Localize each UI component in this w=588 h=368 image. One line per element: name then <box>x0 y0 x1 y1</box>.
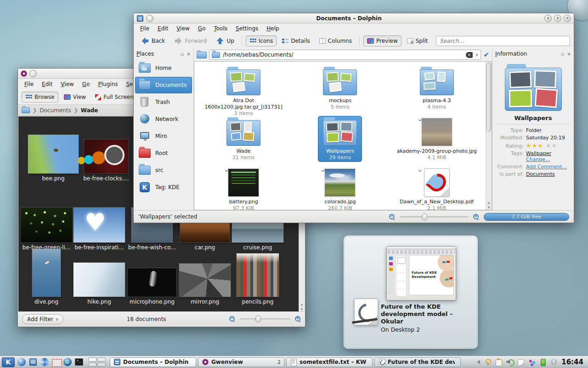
thumbnail-item[interactable]: dive.png <box>21 244 72 305</box>
okular-window-thumbnail[interactable]: Future of KDE Development <box>386 246 456 300</box>
minimize-button[interactable]: ∨ <box>544 15 552 22</box>
menu-item[interactable]: Edit <box>154 24 172 33</box>
thumbnail-image[interactable] <box>32 249 61 297</box>
scrollbar-thumb[interactable] <box>486 63 491 132</box>
breadcrumb-documents[interactable]: Documents <box>40 107 71 114</box>
file-item[interactable]: mockups 5 items <box>292 63 388 114</box>
tray-icon[interactable] <box>484 358 492 366</box>
file-item[interactable]: Wallpapers 29 items <box>292 114 388 165</box>
menu-item[interactable]: View <box>173 24 193 33</box>
thumbnail-image[interactable] <box>28 135 79 173</box>
thumbnail-image[interactable] <box>84 139 128 173</box>
tag-link[interactable]: Wallpaper <box>526 150 551 156</box>
launcher-icon[interactable] <box>28 357 38 367</box>
tray-icon[interactable] <box>495 358 503 366</box>
float-panel-icon[interactable]: ◇ <box>561 52 565 57</box>
search-input[interactable] <box>436 36 570 46</box>
browse-button[interactable]: Browse <box>22 92 58 103</box>
forward-button[interactable]: Forward <box>170 35 210 47</box>
file-item[interactable]: Wade 21 items <box>195 114 292 165</box>
launcher-icon[interactable] <box>51 357 61 367</box>
places-header[interactable]: Places ◇ × <box>134 48 193 59</box>
menu-item[interactable]: File <box>21 80 37 88</box>
breadcrumb-wade[interactable]: Wade <box>81 107 98 114</box>
dolphin-titlebar[interactable]: Documents – Dolphin ∨ ∧ × <box>134 13 574 23</box>
location-bar[interactable]: /home/sebas/Documents/ × ∨ <box>209 50 481 60</box>
desktop-1[interactable] <box>88 357 96 362</box>
location-path[interactable]: /home/sebas/Documents/ <box>223 52 463 58</box>
details-view-button[interactable]: Details <box>278 35 314 46</box>
tray-icon[interactable] <box>506 358 514 366</box>
menu-item[interactable]: Go <box>79 80 94 88</box>
file-item[interactable]: colorado.jpg 260.7 KiB <box>292 165 388 210</box>
thumbnail-item[interactable]: pencils.png <box>232 244 283 305</box>
rating-stars-empty[interactable]: ★★ <box>546 142 557 149</box>
places-item[interactable]: Home <box>135 60 192 76</box>
zoom-in-icon[interactable]: + <box>473 214 479 220</box>
zoom-in-icon[interactable]: + <box>295 316 301 322</box>
task-button[interactable]: Documents – Dolphin <box>110 357 196 367</box>
task-button[interactable]: Future of the KDE developme <box>374 357 461 367</box>
thumbnail-image[interactable] <box>74 207 125 242</box>
clear-location-icon[interactable]: × <box>466 52 473 58</box>
file-item[interactable]: Dawn_of_a_New_Desktop.pdf 2.1 MiB <box>389 165 485 210</box>
thumbnail-image[interactable] <box>237 253 279 297</box>
desktop-2[interactable] <box>97 357 106 362</box>
thumbnail-item[interactable]: hike.png <box>74 244 125 305</box>
up-button[interactable]: Up <box>212 35 237 47</box>
zoom-out-icon[interactable]: − <box>389 214 395 220</box>
places-item[interactable]: Network <box>135 111 192 127</box>
file-view[interactable]: Atra Dot 1600x1200.jpg.tar.gz_[i31731] 3… <box>194 61 492 210</box>
clock[interactable]: 16:44 <box>561 358 583 366</box>
icons-view-button[interactable]: Icons <box>246 35 277 46</box>
folder-icon[interactable] <box>22 107 30 113</box>
add-filter-button[interactable]: Add Filter ∨ <box>22 314 63 324</box>
zoom-out-icon[interactable]: − <box>229 316 235 322</box>
dolphin-window[interactable]: Documents – Dolphin ∨ ∧ × FileEditViewGo… <box>133 13 574 223</box>
file-item[interactable]: battery.png 97.3 KiB <box>195 165 292 210</box>
thumbnail-item[interactable]: be-free-inspirati... <box>74 196 125 251</box>
places-item[interactable]: Documents <box>135 77 192 93</box>
places-item[interactable]: Trash <box>135 94 192 110</box>
tray-icon[interactable] <box>473 358 481 366</box>
thumbnail-item[interactable]: be-free-clocks.... <box>80 126 132 182</box>
thumbnail-image[interactable] <box>179 264 231 297</box>
task-button[interactable]: Gwenview 2 <box>198 357 284 367</box>
places-folder-button[interactable] <box>197 52 207 58</box>
kmenu-button[interactable]: K <box>2 357 15 367</box>
launcher-icon[interactable] <box>40 357 50 367</box>
places-item[interactable]: Miro <box>135 128 192 144</box>
launcher-icon[interactable] <box>62 357 73 367</box>
thumbnail-image[interactable] <box>21 207 72 242</box>
places-item[interactable]: src <box>135 162 192 178</box>
editable-location-toggle[interactable]: ✔ <box>483 51 489 59</box>
location-dropdown-icon[interactable]: ∨ <box>475 52 479 57</box>
information-header[interactable]: Information ◇ × <box>492 48 574 59</box>
scrollbar-arrows[interactable]: ∧∨ <box>299 303 305 311</box>
fullscreen-button[interactable]: Full Screen <box>91 92 137 103</box>
menu-item[interactable]: File <box>136 24 153 33</box>
menu-item[interactable]: Help <box>263 24 283 33</box>
columns-view-button[interactable]: Columns <box>316 35 356 46</box>
view-button[interactable]: View <box>60 92 90 103</box>
menu-item[interactable]: Plugins <box>94 80 121 88</box>
thumbnail-image[interactable] <box>74 263 125 297</box>
back-button[interactable]: Back <box>137 35 169 47</box>
tray-icon[interactable] <box>517 358 525 366</box>
close-panel-icon[interactable]: × <box>187 52 191 57</box>
change-tags-link[interactable]: Change... <box>526 156 550 162</box>
preview-button[interactable]: Preview <box>363 35 401 46</box>
launcher-icon[interactable] <box>17 357 27 367</box>
maximize-button[interactable]: ∧ <box>554 15 561 22</box>
desktop-4[interactable] <box>97 362 106 367</box>
float-panel-icon[interactable]: ◇ <box>181 52 184 57</box>
desktop-3[interactable] <box>88 362 96 367</box>
gwenview-pin-button[interactable] <box>29 70 37 77</box>
launcher-icon[interactable] <box>74 357 84 367</box>
file-item[interactable]: akademy-2009-group-photo.jpg 4.1 MiB <box>389 114 485 165</box>
virtual-desktop-pager[interactable] <box>88 357 106 367</box>
tray-icon[interactable] <box>528 358 536 366</box>
thumbnail-item[interactable]: mirror.png <box>179 244 231 305</box>
thumbnail-item[interactable]: be-free-green-li... <box>21 196 72 251</box>
add-comment-link[interactable]: Add Comment... <box>526 164 567 170</box>
